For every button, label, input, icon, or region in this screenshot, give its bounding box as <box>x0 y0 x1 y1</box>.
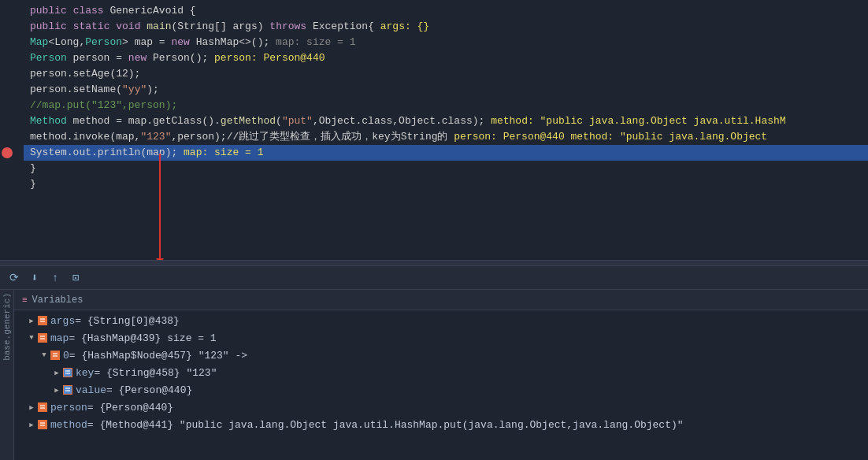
var-name-map-0-key: key <box>76 367 94 379</box>
code-line-10: } <box>0 161 868 176</box>
var-row-method[interactable]: method = {Method@441} "public java.lang.… <box>14 416 868 433</box>
line-gutter-3 <box>0 50 24 66</box>
code-line-8: method.invoke(map,"123",person);//跳过了类型检… <box>0 129 868 145</box>
line-gutter-8 <box>0 129 24 145</box>
var-name-method: method <box>50 419 87 431</box>
line-content-8: method.invoke(map,"123",person);//跳过了类型检… <box>24 129 868 145</box>
variables-header: ≡ Variables <box>14 290 868 310</box>
variables-title: Variables <box>32 295 83 306</box>
svg-rect-6 <box>39 334 46 342</box>
code-line-7: Method method = map.getClass().getMethod… <box>0 113 868 129</box>
line-content-11: } <box>24 176 868 192</box>
line-content-1: public static void main(String[] args) t… <box>24 19 868 35</box>
var-row-map-0-key[interactable]: key = {String@458} "123" <box>14 364 868 381</box>
step-into-button[interactable]: ↑ <box>47 270 63 286</box>
line-content-6: //map.put("123",person); <box>24 98 868 113</box>
line-content-9: System.out.println(map); map: size = 1 <box>24 145 868 161</box>
var-icon-map-0-value <box>63 385 72 395</box>
line-gutter-1 <box>0 19 24 35</box>
line-content-3: Person person = new Person(); person: Pe… <box>24 50 868 66</box>
step-over-button[interactable]: ⬇ <box>27 270 43 286</box>
var-value-map-0-value: = {Person@440} <box>106 384 192 396</box>
line-content-4: person.setAge(12); <box>24 66 868 82</box>
svg-marker-2 <box>156 258 164 260</box>
var-row-map[interactable]: map = {HashMap@439} size = 1 <box>14 329 868 347</box>
frames-button[interactable]: ⊡ <box>68 270 83 286</box>
var-value-method: = {Method@441} "public java.lang.Object … <box>87 419 684 431</box>
side-tab[interactable]: base.generic) <box>0 290 14 460</box>
svg-rect-9 <box>51 351 59 359</box>
line-gutter-6 <box>0 98 24 113</box>
variables-icon: ≡ <box>22 295 28 305</box>
var-icon-person <box>38 402 47 412</box>
var-name-map: map <box>50 332 69 344</box>
code-line-11: } <box>0 176 868 192</box>
code-line-5: person.setName("yy"); <box>0 82 868 98</box>
code-editor: public class GenericAvoid { public stati… <box>0 0 868 260</box>
code-line-0: public class GenericAvoid { <box>0 3 868 19</box>
side-tab-label: base.generic) <box>2 293 12 361</box>
var-value-map-0-key: = {String@458} "123" <box>94 367 217 379</box>
var-name-map-0: 0 <box>63 350 69 362</box>
line-gutter-10 <box>0 161 24 176</box>
line-gutter-9 <box>0 145 24 161</box>
line-gutter-7 <box>0 113 24 129</box>
variables-panel: base.generic) ≡ Variables args = {String… <box>0 290 868 460</box>
var-value-map: = {HashMap@439} size = 1 <box>69 332 216 344</box>
var-icon-map-0 <box>50 351 60 360</box>
svg-rect-3 <box>39 317 46 325</box>
var-name-person: person <box>50 402 87 414</box>
code-line-3: Person person = new Person(); person: Pe… <box>0 50 868 66</box>
svg-rect-12 <box>64 369 72 377</box>
var-row-person[interactable]: person = {Person@440} <box>14 399 868 416</box>
line-gutter-5 <box>0 82 24 98</box>
line-content-7: Method method = map.getClass().getMethod… <box>24 113 868 129</box>
code-line-6: //map.put("123",person); <box>0 98 868 113</box>
var-value-args: = {String[0]@438} <box>75 315 180 327</box>
line-content-10: } <box>24 161 868 176</box>
variables-content: ≡ Variables args = {String[0]@438}map = … <box>14 290 868 460</box>
line-gutter-4 <box>0 66 24 82</box>
svg-rect-18 <box>39 403 46 411</box>
var-row-args[interactable]: args = {String[0]@438} <box>14 312 868 329</box>
line-content-2: Map<Long,Person> map = new HashMap<>(); … <box>24 35 868 50</box>
var-row-map-0-value[interactable]: value = {Person@440} <box>14 381 868 399</box>
svg-rect-21 <box>39 421 46 428</box>
code-line-2: Map<Long,Person> map = new HashMap<>(); … <box>0 35 868 50</box>
code-line-1: public static void main(String[] args) t… <box>0 19 868 35</box>
restart-button[interactable]: ⟳ <box>6 270 22 286</box>
debug-toolbar: ⟳ ⬇ ↑ ⊡ <box>0 266 868 290</box>
line-content-5: person.setName("yy"); <box>24 82 868 98</box>
line-gutter-2 <box>0 35 24 50</box>
code-line-4: person.setAge(12); <box>0 66 868 82</box>
var-icon-args <box>38 316 47 325</box>
line-content-0: public class GenericAvoid { <box>24 3 868 19</box>
var-name-map-0-value: value <box>76 384 106 396</box>
var-icon-map <box>38 333 47 343</box>
breakpoint-9 <box>2 147 13 158</box>
svg-rect-15 <box>64 386 72 394</box>
var-value-map-0: = {HashMap$Node@457} "123" -> <box>69 350 247 362</box>
var-row-map-0[interactable]: 0 = {HashMap$Node@457} "123" -> <box>14 347 868 364</box>
code-line-9: System.out.println(map); map: size = 1 <box>0 145 868 161</box>
panel-divider <box>0 260 868 266</box>
line-gutter-11 <box>0 176 24 192</box>
var-name-args: args <box>50 315 75 327</box>
var-icon-method <box>38 420 47 429</box>
line-gutter-0 <box>0 3 24 19</box>
variables-tree: args = {String[0]@438}map = {HashMap@439… <box>14 310 868 435</box>
var-value-person: = {Person@440} <box>87 402 173 414</box>
var-icon-map-0-key <box>63 368 72 377</box>
